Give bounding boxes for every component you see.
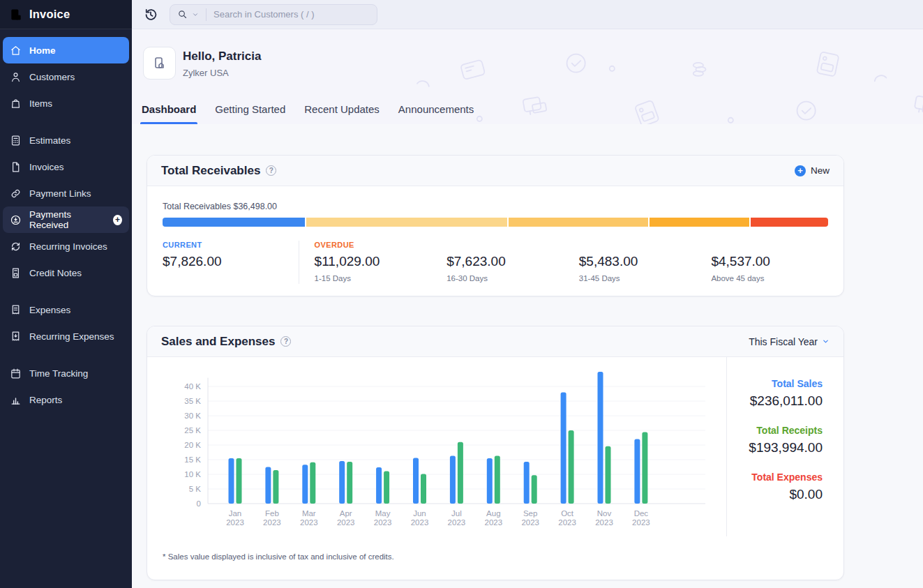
svg-text:30 K: 30 K (184, 412, 201, 420)
recurring-expenses-icon (10, 331, 22, 342)
bar-receipts-apr-2023 (347, 462, 352, 504)
sidebar-item-label: Payments Received (29, 209, 101, 230)
svg-text:2023: 2023 (521, 518, 539, 527)
sidebar-item-invoices[interactable]: Invoices (3, 153, 129, 180)
expenses-icon (10, 304, 22, 316)
recurring-invoices-icon (10, 241, 22, 252)
svg-text:2023: 2023 (595, 518, 613, 527)
svg-text:May: May (375, 509, 391, 518)
bar-sales-nov-2023 (598, 372, 603, 504)
stat-range: Above 45 days (711, 274, 828, 284)
svg-text:Jul: Jul (451, 509, 462, 518)
total-expenses-value: $0.00 (727, 487, 823, 502)
tab-recent-updates[interactable]: Recent Updates (304, 103, 380, 124)
home-icon (10, 45, 22, 56)
svg-text:2023: 2023 (374, 518, 392, 527)
reports-icon (10, 394, 22, 406)
bar-receipts-aug-2023 (495, 456, 500, 504)
receivables-current: CURRENT$7,826.00 (163, 241, 299, 284)
sidebar-item-label: Time Tracking (29, 368, 88, 379)
sales-totals-panel: Total Sales$236,011.00Total Receipts$193… (726, 357, 843, 536)
sidebar-item-payments-received[interactable]: Payments Received+ (3, 206, 129, 233)
svg-text:2023: 2023 (337, 518, 355, 527)
help-icon[interactable]: ? (266, 165, 276, 176)
sidebar-item-payment-links[interactable]: Payment Links (3, 180, 129, 206)
bar-sales-mar-2023 (302, 465, 308, 504)
bar-receipts-oct-2023 (569, 430, 574, 504)
page-title: Hello, Patricia (183, 50, 261, 63)
sidebar-item-recurring-invoices[interactable]: Recurring Invoices (3, 233, 129, 259)
sales-expenses-chart: 05 K10 K15 K20 K25 K30 K35 K40 KJan2023F… (147, 357, 726, 536)
chart-svg: 05 K10 K15 K20 K25 K30 K35 K40 KJan2023F… (147, 357, 726, 536)
svg-text:10 K: 10 K (184, 470, 201, 478)
svg-text:15 K: 15 K (184, 455, 201, 464)
sidebar-item-home[interactable]: Home (3, 37, 129, 63)
tab-getting-started[interactable]: Getting Started (215, 103, 285, 124)
total-expenses-label: Total Expenses (727, 472, 823, 483)
receivables-summary-label: Total Receivables (163, 202, 231, 211)
time-tracking-icon (10, 368, 22, 379)
svg-text:0: 0 (197, 499, 201, 508)
stat-label (711, 241, 828, 252)
svg-text:2023: 2023 (485, 518, 503, 527)
svg-text:2023: 2023 (558, 518, 576, 527)
total-receipts-value: $193,994.00 (727, 440, 823, 455)
tab-announcements[interactable]: Announcements (398, 103, 474, 124)
sidebar-item-label: Recurring Expenses (29, 331, 114, 342)
bar-sales-jul-2023 (450, 456, 456, 504)
svg-text:Sep: Sep (523, 509, 537, 518)
svg-text:Nov: Nov (597, 509, 612, 518)
history-icon[interactable] (143, 7, 158, 22)
app-title: Invoice (29, 8, 70, 21)
svg-text:2023: 2023 (226, 518, 244, 527)
app-logo: Invoice (0, 0, 132, 29)
sidebar-item-label: Recurring Invoices (29, 241, 107, 252)
svg-text:40 K: 40 K (184, 382, 201, 391)
search-divider (206, 8, 207, 21)
svg-text:Jan: Jan (229, 509, 242, 518)
bar-receipts-jan-2023 (237, 458, 242, 504)
bar-receipts-mar-2023 (310, 462, 315, 504)
sidebar-item-label: Credit Notes (29, 268, 82, 278)
sidebar-item-reports[interactable]: Reports (3, 386, 129, 413)
svg-text:2023: 2023 (300, 518, 318, 527)
svg-text:2023: 2023 (448, 518, 466, 527)
svg-text:2023: 2023 (263, 518, 281, 527)
organization-name: Zylker USA (183, 68, 229, 78)
receivables-summary-value: $36,498.00 (233, 202, 277, 211)
stat-label (447, 241, 564, 252)
sidebar-item-expenses[interactable]: Expenses (3, 296, 129, 323)
total-sales-label: Total Sales (727, 378, 823, 389)
svg-text:5 K: 5 K (189, 485, 202, 493)
sales-expenses-header: Sales and Expenses ? This Fiscal Year (147, 326, 843, 357)
stat-label: CURRENT (163, 241, 299, 252)
chevron-down-icon[interactable] (192, 11, 199, 18)
sidebar-item-customers[interactable]: Customers (3, 63, 129, 90)
sidebar-item-recurring-expenses[interactable]: Recurring Expenses (3, 323, 129, 349)
sidebar-item-credit-notes[interactable]: Credit Notes (3, 259, 129, 286)
stat-amount: $4,537.00 (711, 254, 828, 269)
plus-circle-icon[interactable]: + (113, 215, 122, 225)
aging-bar-segment-overdue-1-15 (306, 218, 507, 227)
sidebar-item-time-tracking[interactable]: Time Tracking (3, 360, 129, 386)
payments-received-icon (10, 214, 22, 226)
bar-sales-sep-2023 (524, 462, 530, 504)
new-button[interactable]: + New (795, 165, 830, 176)
stat-label: OVERDUE (315, 241, 432, 252)
total-receivables-card: Total Receivables ? + New Total Receivab… (147, 155, 844, 296)
svg-text:35 K: 35 K (184, 397, 201, 405)
search-box[interactable] (170, 4, 377, 25)
search-input[interactable] (213, 9, 353, 20)
total-receipts-label: Total Receipts (727, 425, 823, 436)
sidebar-item-estimates[interactable]: Estimates (3, 127, 129, 153)
period-selector[interactable]: This Fiscal Year (749, 336, 830, 347)
sidebar-item-items[interactable]: Items (3, 90, 129, 116)
sidebar-item-label: Expenses (29, 305, 70, 315)
stat-range: 31-45 Days (579, 274, 696, 284)
help-icon[interactable]: ? (280, 336, 291, 347)
bar-receipts-jun-2023 (421, 474, 426, 504)
stat-amount: $7,826.00 (163, 254, 299, 269)
new-button-label: New (811, 165, 830, 176)
tab-dashboard[interactable]: Dashboard (142, 103, 196, 124)
svg-text:20 K: 20 K (184, 441, 201, 449)
